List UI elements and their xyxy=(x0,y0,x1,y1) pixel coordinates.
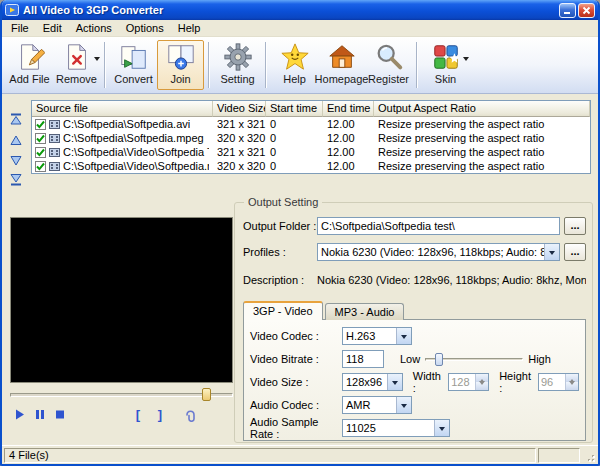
menu-edit[interactable]: Edit xyxy=(36,21,69,35)
seek-track[interactable] xyxy=(10,393,233,397)
audio-codec-row: Audio Codec : AMR xyxy=(250,396,579,414)
audio-codec-label: Audio Codec : xyxy=(250,399,342,411)
toolbar: Add File Remove Convert xyxy=(2,37,598,94)
menu-options[interactable]: Options xyxy=(119,21,171,35)
chevron-down-icon[interactable] xyxy=(544,244,559,260)
file-video-size: 321 x 321 xyxy=(213,118,266,130)
low-label: Low xyxy=(400,353,420,365)
setting-button[interactable]: Setting xyxy=(214,40,261,90)
audio-sample-rate-label: Audio Sample Rate : xyxy=(250,416,342,440)
video-bitrate-input[interactable] xyxy=(342,350,384,368)
browse-folder-button[interactable]: ... xyxy=(564,217,586,235)
titlebar[interactable]: All Video to 3GP Converter xyxy=(2,0,598,20)
row-checkbox[interactable] xyxy=(35,161,46,172)
profiles-combobox[interactable]: Nokia 6230 (Video: 128x96, 118kbps; Audi… xyxy=(317,243,560,261)
output-folder-input[interactable] xyxy=(317,217,560,235)
help-button[interactable]: Help xyxy=(271,40,318,90)
video-size-label: Video Size : xyxy=(250,376,342,388)
menu-help[interactable]: Help xyxy=(171,21,208,35)
profiles-value: Nokia 6230 (Video: 128x96, 118kbps; Audi… xyxy=(318,244,544,260)
menu-actions[interactable]: Actions xyxy=(69,21,119,35)
video-size-combobox[interactable]: 128x96 xyxy=(342,373,403,391)
width-spinner xyxy=(448,373,489,391)
file-path: C:\Softpedia\Softpedia.avi xyxy=(63,118,190,130)
join-button[interactable]: Join xyxy=(157,40,204,90)
video-size-row: Video Size : 128x96 Width : Height : xyxy=(250,373,579,391)
app-icon xyxy=(5,3,19,17)
video-settings-panel: Video Codec : H.263 Video Bitrate : Low … xyxy=(243,319,586,441)
audio-codec-combobox[interactable]: AMR xyxy=(342,396,412,414)
mark-end-button[interactable]: ] xyxy=(152,407,168,422)
chevron-down-icon[interactable] xyxy=(434,420,449,436)
file-video-size: 321 x 321 xyxy=(213,146,266,158)
row-checkbox[interactable] xyxy=(35,147,46,158)
group-title: Output Setting xyxy=(244,196,322,208)
window-title: All Video to 3GP Converter xyxy=(23,4,557,16)
file-type-icon xyxy=(49,147,60,158)
table-row[interactable]: C:\Softpedia\Video\Softpedia.mpeg 320 x … xyxy=(32,159,590,173)
video-size-value: 128x96 xyxy=(343,374,387,390)
move-bottom-button[interactable] xyxy=(8,172,24,186)
help-label: Help xyxy=(283,73,306,85)
file-start-time: 0 xyxy=(266,132,323,144)
file-end-time: 12.00 xyxy=(323,132,374,144)
remove-button[interactable]: Remove xyxy=(53,40,100,90)
add-file-button[interactable]: Add File xyxy=(6,40,53,90)
file-end-time: 12.00 xyxy=(323,160,374,172)
magnifier-icon xyxy=(374,41,404,73)
menu-file[interactable]: File xyxy=(4,21,36,35)
paperclip-icon[interactable] xyxy=(180,405,200,423)
remove-dropdown-arrow[interactable] xyxy=(94,57,100,64)
skin-dropdown-arrow[interactable] xyxy=(463,57,469,64)
column-header-end-time[interactable]: End time xyxy=(323,101,374,117)
file-start-time: 0 xyxy=(266,146,323,158)
file-video-size: 320 x 320 xyxy=(213,160,266,172)
video-bitrate-row: Video Bitrate : Low High xyxy=(250,350,579,368)
close-button[interactable] xyxy=(578,3,595,18)
column-header-source[interactable]: Source file xyxy=(32,101,213,117)
stop-button[interactable] xyxy=(50,405,70,423)
move-up-button[interactable] xyxy=(8,133,24,147)
preview-seek-slider[interactable] xyxy=(10,388,233,401)
row-checkbox[interactable] xyxy=(35,133,46,144)
resize-grip[interactable] xyxy=(582,448,596,463)
table-row[interactable]: C:\Softpedia\Softpedia.mpeg 320 x 320 0 … xyxy=(32,131,590,145)
bitrate-slider[interactable] xyxy=(425,352,523,366)
convert-icon xyxy=(119,41,149,73)
move-down-button[interactable] xyxy=(8,153,24,167)
file-aspect: Resize preserving the aspect ratio xyxy=(374,132,590,144)
video-codec-combobox[interactable]: H.263 xyxy=(342,327,412,345)
minimize-button[interactable] xyxy=(559,3,576,18)
tab-mp3-audio[interactable]: MP3 - Audio xyxy=(325,303,405,320)
audio-codec-value: AMR xyxy=(343,397,396,413)
tab-3gp-video[interactable]: 3GP - Video xyxy=(243,301,323,320)
setting-label: Setting xyxy=(220,73,254,85)
skin-button[interactable]: Skin xyxy=(422,40,469,90)
column-header-aspect[interactable]: Output Aspect Ratio xyxy=(374,101,590,117)
bitrate-slider-thumb[interactable] xyxy=(435,353,443,366)
audio-sample-rate-combobox[interactable]: 11025 xyxy=(342,419,450,437)
column-header-start-time[interactable]: Start time xyxy=(266,101,323,117)
chevron-down-icon[interactable] xyxy=(396,328,411,344)
mark-start-button[interactable]: [ xyxy=(130,407,146,422)
move-top-button[interactable] xyxy=(8,112,24,126)
table-row[interactable]: C:\Softpedia\Video\Softpedia Teste... 32… xyxy=(32,145,590,159)
table-row[interactable]: C:\Softpedia\Softpedia.avi 321 x 321 0 1… xyxy=(32,117,590,131)
file-video-size: 320 x 320 xyxy=(213,132,266,144)
seek-thumb[interactable] xyxy=(202,388,211,401)
description-row: Description : Nokia 6230 (Video: 128x96,… xyxy=(243,271,586,289)
chevron-down-icon[interactable] xyxy=(396,397,411,413)
convert-button[interactable]: Convert xyxy=(110,40,157,90)
join-icon xyxy=(166,41,196,73)
gear-icon xyxy=(223,41,253,73)
video-preview-screen xyxy=(10,217,233,383)
profiles-more-button[interactable]: ... xyxy=(564,243,586,261)
homepage-button[interactable]: Homepage xyxy=(318,40,365,90)
pause-button[interactable] xyxy=(30,405,50,423)
row-checkbox[interactable] xyxy=(35,119,46,130)
column-header-video-size[interactable]: Video Size xyxy=(213,101,266,117)
play-button[interactable] xyxy=(10,405,30,423)
chevron-down-icon[interactable] xyxy=(387,374,402,390)
register-button[interactable]: Register xyxy=(365,40,412,90)
status-panel: 4 File(s) xyxy=(4,448,536,463)
